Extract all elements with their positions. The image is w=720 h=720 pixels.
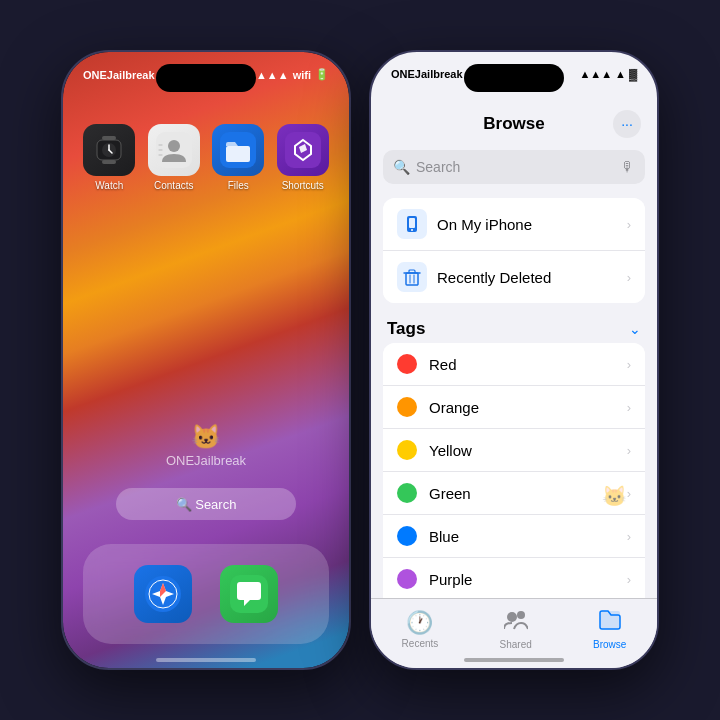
svg-rect-0 [102,136,116,140]
tags-title: Tags [387,319,425,339]
contacts-icon-wrap [148,124,200,176]
tags-section: Tags ⌄ Red›Orange›Yellow›Green›Blue›Purp… [383,311,645,598]
svg-point-7 [168,140,180,152]
tag-dot-purple [397,569,417,589]
home-search-bar[interactable]: 🔍 Search [116,488,296,520]
tag-row-orange[interactable]: Orange› [383,386,645,429]
dock-messages[interactable] [220,565,278,623]
signal-icon: ▲▲▲ [256,69,289,81]
on-iphone-label: On My iPhone [437,216,627,233]
recents-tab-icon: 🕐 [406,610,433,636]
status-icons-left: ▲▲▲ wifi 🔋 [256,68,329,81]
tag-chevron-blue: › [627,529,631,544]
signal-icon-right: ▲▲▲ [579,68,612,80]
watch-icon-wrap [83,124,135,176]
search-row: 🔍 Search 🎙 [371,144,657,190]
shared-tab-icon [504,609,528,637]
battery-icon-right: ▓ [629,68,637,80]
contacts-label: Contacts [154,180,193,191]
safari-icon [144,575,182,613]
tag-dot-blue [397,526,417,546]
shared-tab-label: Shared [500,639,532,650]
svg-point-28 [517,611,525,619]
tag-label-purple: Purple [429,571,627,588]
home-indicator-right [464,658,564,662]
app-contacts[interactable]: Contacts [148,124,201,191]
tab-browse[interactable]: Browse [593,609,626,650]
app-shortcuts[interactable]: Shortcuts [277,124,330,191]
tag-label-orange: Orange [429,399,627,416]
svg-rect-21 [409,218,415,228]
files-icon-wrap [212,124,264,176]
search-placeholder: Search [416,159,615,175]
browse-title: Browse [415,114,613,134]
files-svg [220,132,256,168]
recently-deleted-chevron: › [627,270,631,285]
tag-chevron-yellow: › [627,443,631,458]
carrier-left: ONEJailbreak [83,69,155,81]
tab-recents[interactable]: 🕐 Recents [402,610,439,649]
tag-row-blue[interactable]: Blue› [383,515,645,558]
tag-dot-orange [397,397,417,417]
watch-label: Watch [95,180,123,191]
tag-chevron-green: › [627,486,631,501]
left-phone: ONEJailbreak ▲▲▲ wifi 🔋 Watch [61,50,351,670]
files-label: Files [228,180,249,191]
tag-chevron-orange: › [627,400,631,415]
tag-row-red[interactable]: Red› [383,343,645,386]
dock [83,544,329,644]
tag-label-blue: Blue [429,528,627,545]
on-iphone-chevron: › [627,217,631,232]
location-on-iphone[interactable]: On My iPhone › [383,198,645,251]
trash-icon [397,262,427,292]
shortcuts-icon-wrap [277,124,329,176]
locations-section: On My iPhone › Recently Deleted › [383,198,645,303]
right-phone: ONEJailbreak ▲▲▲ ▲ ▓ Browse ··· 🔍 Search… [369,50,659,670]
watermark-left: 🐱 ONEJailbreak [166,423,246,468]
browse-tab-icon [598,609,622,637]
carrier-right: ONEJailbreak [391,68,463,80]
cat-emoji-left: 🐱 [166,423,246,451]
dock-safari[interactable] [134,565,192,623]
tag-dot-yellow [397,440,417,460]
svg-rect-1 [102,160,116,164]
tag-chevron-red: › [627,357,631,372]
search-field[interactable]: 🔍 Search 🎙 [383,150,645,184]
watch-svg [91,132,127,168]
app-watch[interactable]: Watch [83,124,136,191]
tag-row-yellow[interactable]: Yellow› [383,429,645,472]
right-content: Browse ··· 🔍 Search 🎙 [371,102,657,598]
svg-rect-23 [406,273,418,285]
more-button[interactable]: ··· [613,110,641,138]
battery-icon: 🔋 [315,68,329,81]
shortcuts-svg [285,132,321,168]
tags-collapse-icon[interactable]: ⌄ [629,321,641,337]
right-status-icons: ▲▲▲ ▲ ▓ [579,68,637,80]
shortcuts-label: Shortcuts [282,180,324,191]
app-files[interactable]: Files [212,124,265,191]
tag-dot-green [397,483,417,503]
tags-list: Red›Orange›Yellow›Green›Blue›Purple›Grey… [383,343,645,598]
tag-label-yellow: Yellow [429,442,627,459]
wifi-icon: wifi [293,69,311,81]
location-recently-deleted[interactable]: Recently Deleted › [383,251,645,303]
contacts-svg [156,132,192,168]
iphone-icon [397,209,427,239]
search-icon: 🔍 [393,159,410,175]
tags-header: Tags ⌄ [383,311,645,343]
tab-shared[interactable]: Shared [500,609,532,650]
wifi-icon-right: ▲ [615,68,626,80]
tag-chevron-purple: › [627,572,631,587]
cat-watermark-right: 🐱 [602,484,627,508]
svg-point-22 [411,229,413,231]
tag-label-green: Green [429,485,627,502]
tag-row-purple[interactable]: Purple› [383,558,645,598]
recently-deleted-label: Recently Deleted [437,269,627,286]
status-bar-left: ONEJailbreak ▲▲▲ wifi 🔋 [83,68,329,81]
status-bar-right: ONEJailbreak ▲▲▲ ▲ ▓ [391,68,637,80]
tag-dot-red [397,354,417,374]
browse-header: Browse ··· [371,102,657,144]
mic-icon: 🎙 [621,159,635,175]
home-search-label: 🔍 Search [176,497,237,512]
tag-label-red: Red [429,356,627,373]
